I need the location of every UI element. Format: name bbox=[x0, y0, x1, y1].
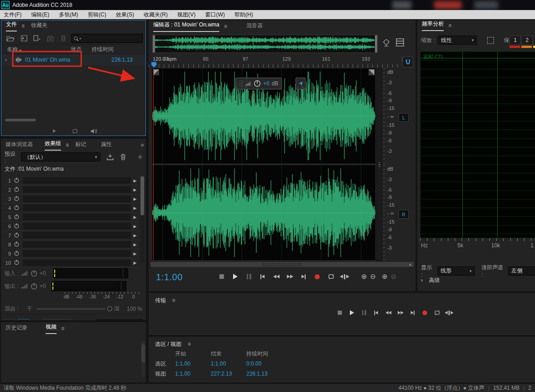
files-horizontal-scrollbar[interactable] bbox=[5, 119, 36, 121]
batch-process-icon[interactable] bbox=[45, 34, 56, 42]
menu-item-edit[interactable]: 编辑(E) bbox=[31, 11, 49, 19]
files-auto-play-speaker-icon[interactable] bbox=[90, 128, 98, 134]
delete-preset-icon[interactable] bbox=[118, 153, 128, 161]
menu-item-effects[interactable]: 效果(S) bbox=[116, 11, 134, 19]
rack-list-toggle-button[interactable] bbox=[18, 319, 30, 320]
output-gain-knob[interactable] bbox=[31, 283, 37, 290]
effect-slot-power-icon[interactable] bbox=[14, 250, 21, 257]
effect-slot-arrow-icon[interactable]: ▶ bbox=[131, 242, 139, 247]
transport-go-to-start-button[interactable] bbox=[371, 308, 381, 317]
effect-slot-power-icon[interactable] bbox=[14, 186, 21, 193]
selection-time-value[interactable]: 226:1.13 bbox=[246, 371, 296, 377]
selection-time-value[interactable]: 227:2.13 bbox=[211, 371, 246, 377]
tab-mixer[interactable]: 混音器 bbox=[246, 22, 263, 32]
transport-play-button[interactable] bbox=[347, 308, 357, 317]
zoom-navigator-icon[interactable] bbox=[382, 38, 390, 49]
tab-properties[interactable]: 属性 bbox=[101, 141, 112, 151]
effect-slot-power-icon[interactable] bbox=[14, 177, 21, 184]
effect-slot-arrow-icon[interactable]: ▶ bbox=[131, 233, 139, 238]
menu-item-file[interactable]: 文件(F) bbox=[4, 11, 21, 19]
effect-slot-arrow-icon[interactable]: ▶ bbox=[131, 188, 139, 192]
hud-knob-icon[interactable] bbox=[254, 80, 261, 87]
effect-slot-power-icon[interactable] bbox=[14, 232, 21, 239]
history-panel-menu-icon[interactable]: ≡ bbox=[61, 325, 64, 332]
overview-left-handle[interactable] bbox=[153, 35, 155, 52]
tab-markers[interactable]: 标记 bbox=[75, 141, 86, 151]
effect-slot-field[interactable] bbox=[22, 240, 131, 248]
hud-pin-button[interactable] bbox=[296, 78, 306, 89]
transport-panel-menu-icon[interactable]: ≡ bbox=[172, 297, 175, 303]
new-content-icon[interactable] bbox=[31, 34, 42, 42]
transport-record-button[interactable] bbox=[420, 308, 430, 317]
effect-slot-field[interactable] bbox=[22, 231, 131, 239]
transport-go-to-end-button[interactable] bbox=[408, 308, 417, 317]
stop-button[interactable] bbox=[216, 272, 227, 281]
selection-time-value[interactable]: 1:1.00 bbox=[211, 361, 246, 367]
scale-dropdown[interactable]: 线性▾ bbox=[438, 36, 477, 45]
files-play-button[interactable] bbox=[49, 126, 60, 136]
fast-forward-button[interactable] bbox=[285, 272, 295, 281]
skip-selection-button[interactable] bbox=[339, 272, 350, 281]
zoom-in-button[interactable]: ⊕ bbox=[361, 272, 367, 281]
mix-slider-knob[interactable] bbox=[107, 306, 112, 311]
transport-skip-selection-button[interactable] bbox=[444, 308, 454, 317]
scrollbar-resize-icon[interactable]: ▲ bbox=[408, 262, 412, 267]
process-dropdown[interactable]: 仅选区对象▾ bbox=[96, 319, 143, 320]
rewind-button[interactable] bbox=[271, 272, 281, 281]
amplitude-zoom-strip[interactable] bbox=[376, 68, 382, 261]
transport-rewind-button[interactable] bbox=[384, 308, 393, 317]
loop-playback-button[interactable] bbox=[326, 272, 336, 281]
selection-time-value[interactable]: 1:1.00 bbox=[175, 361, 211, 367]
mix-slider-track[interactable] bbox=[37, 308, 105, 309]
trash-icon[interactable] bbox=[58, 34, 69, 42]
selection-time-value[interactable]: 0:0.00 bbox=[246, 361, 296, 367]
freq-panel-menu-icon[interactable]: ≡ bbox=[448, 22, 452, 29]
menu-item-window[interactable]: 窗口(W) bbox=[205, 11, 225, 19]
column-header-status[interactable]: 状态 bbox=[71, 46, 82, 53]
hud-grip-icon[interactable] bbox=[239, 80, 243, 87]
effect-slot-field[interactable] bbox=[22, 250, 131, 257]
selection-panel-menu-icon[interactable]: ≡ bbox=[187, 341, 191, 347]
effect-slot-field[interactable] bbox=[22, 259, 131, 267]
effect-slot-field[interactable] bbox=[22, 204, 131, 212]
hold-button-2[interactable]: 2 bbox=[521, 36, 533, 45]
tab-frequency-analysis[interactable]: 频率分析 bbox=[422, 20, 444, 31]
open-file-icon[interactable] bbox=[5, 34, 16, 42]
play-button[interactable] bbox=[230, 272, 240, 281]
effect-slot-power-icon[interactable] bbox=[14, 195, 21, 202]
hud-gain-value[interactable]: +0 bbox=[263, 80, 270, 87]
effect-slot-power-icon[interactable] bbox=[14, 241, 21, 248]
editor-panel-menu-icon[interactable]: ≡ bbox=[224, 23, 227, 30]
effect-slot-field[interactable] bbox=[22, 186, 131, 193]
effect-slot-arrow-icon[interactable]: ▶ bbox=[131, 206, 139, 210]
effects-panel-menu-icon[interactable]: ≡ bbox=[66, 142, 69, 148]
effect-slot-arrow-icon[interactable]: ▶ bbox=[131, 178, 139, 183]
effect-slot-arrow-icon[interactable]: ▶ bbox=[131, 224, 139, 229]
effects-scrollbar[interactable] bbox=[140, 176, 144, 263]
effect-slot-arrow-icon[interactable]: ▶ bbox=[131, 215, 139, 220]
transport-pause-button[interactable] bbox=[359, 308, 369, 317]
save-preset-icon[interactable] bbox=[105, 153, 115, 161]
overview-right-handle[interactable] bbox=[375, 35, 377, 52]
search-input[interactable]: ▾ bbox=[71, 34, 143, 43]
apply-button[interactable]: 应用 bbox=[41, 319, 74, 320]
effect-slot-arrow-icon[interactable]: ▶ bbox=[131, 261, 139, 265]
tab-favorites[interactable]: 收藏夹 bbox=[31, 21, 47, 31]
timeline-ruler[interactable]: 120.0 bpm 33659712916119322 bbox=[149, 56, 416, 68]
input-gain-knob[interactable] bbox=[31, 270, 37, 277]
fade-in-handle[interactable] bbox=[153, 69, 159, 75]
history-scrollbar[interactable] bbox=[141, 340, 145, 377]
favorite-star-icon[interactable]: ★ bbox=[137, 153, 143, 161]
frequency-graph[interactable]: 实时 CTI bbox=[420, 51, 535, 238]
effect-slot-arrow-icon[interactable]: ▶ bbox=[131, 197, 139, 201]
transport-loop-button[interactable] bbox=[432, 308, 442, 317]
import-file-icon[interactable] bbox=[18, 34, 29, 42]
display-dropdown[interactable]: 线形▾ bbox=[437, 267, 475, 276]
effect-slot-field[interactable] bbox=[22, 213, 131, 221]
record-button[interactable] bbox=[312, 272, 322, 281]
column-header-name[interactable]: 名称 ▴ bbox=[7, 46, 21, 53]
hold-button-3[interactable]: 3 bbox=[533, 36, 535, 45]
tab-overflow-icon[interactable]: » bbox=[140, 141, 144, 151]
go-to-start-button[interactable] bbox=[257, 272, 268, 281]
effect-slot-field[interactable] bbox=[22, 195, 131, 203]
